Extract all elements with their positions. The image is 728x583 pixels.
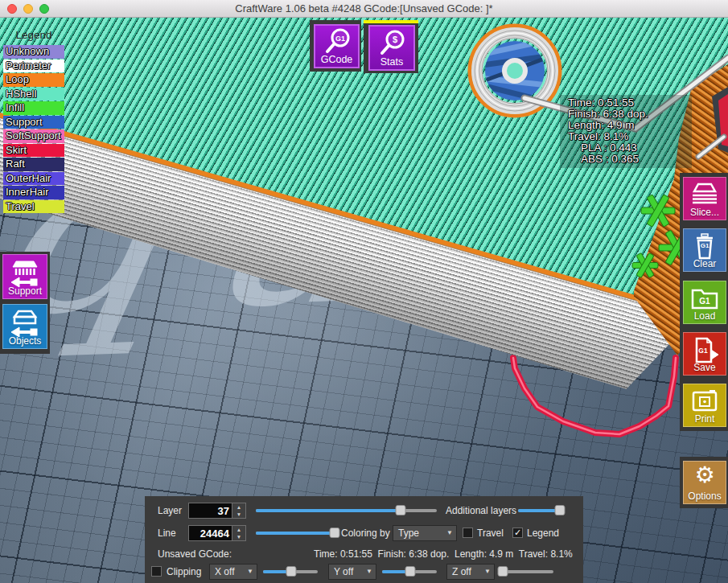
save-button-label: Save: [684, 362, 726, 373]
clip-z-slider-handle[interactable]: [498, 566, 508, 577]
line-spinner[interactable]: 24464 ▲▼: [188, 525, 246, 541]
stats-view-button[interactable]: $ Stats: [368, 25, 415, 71]
stat-pla: PLA : 0.443: [560, 142, 692, 154]
clipping-checkbox[interactable]: [151, 566, 162, 577]
legend-item-support: Support: [3, 116, 64, 129]
legend-title: Legend: [3, 29, 64, 41]
coloring-by-dropdown[interactable]: Type ▼: [393, 525, 457, 541]
magnifier-g1-icon: G1: [327, 30, 348, 51]
legend-item-infill: Infill: [3, 101, 64, 115]
additional-layers-slider-handle[interactable]: [555, 505, 566, 515]
clip-x-value: X off: [215, 566, 234, 577]
legend-item-raft: Raft: [3, 158, 64, 171]
legend-checkbox-label: Legend: [527, 525, 559, 541]
layer-spinner-down-icon[interactable]: ▼: [232, 511, 245, 518]
clipping-label: Clipping: [167, 564, 201, 580]
chevron-down-icon: ▼: [484, 568, 491, 575]
travel-checkbox[interactable]: [463, 528, 473, 538]
line-slider-handle[interactable]: [330, 528, 340, 538]
slice-icon: [693, 184, 717, 203]
chevron-down-icon: ▼: [446, 529, 453, 536]
line-value: 24464: [200, 528, 229, 540]
svg-text:G1: G1: [699, 297, 710, 306]
layer-slider-handle[interactable]: [396, 505, 406, 515]
coloring-by-label: Coloring by: [341, 525, 390, 541]
layer-spinner[interactable]: 37 ▲▼: [188, 503, 246, 519]
coloring-by-value: Type: [398, 528, 419, 539]
svg-text:G1: G1: [335, 35, 345, 43]
objects-button-label: Objects: [3, 335, 47, 347]
layer-label: Layer: [158, 503, 182, 519]
legend-item-unknown: Unknown: [3, 45, 64, 59]
support-button[interactable]: Support: [2, 254, 47, 299]
gcode-control-panel: Layer 37 ▲▼ Additional layers Line: [145, 496, 583, 583]
line-label: Line: [158, 525, 176, 541]
line-spinner-down-icon[interactable]: ▼: [232, 533, 245, 540]
layer-value: 37: [218, 505, 229, 517]
chevron-down-icon: ▼: [366, 568, 372, 575]
stat-finish: Finish: 6:38 dop.: [560, 109, 692, 120]
load-button-label: Load: [684, 310, 726, 322]
layer-slider[interactable]: [256, 503, 437, 519]
magnifier-dollar-icon: $: [382, 31, 403, 53]
clip-y-slider-handle[interactable]: [405, 566, 416, 577]
objects-button[interactable]: Objects: [2, 304, 47, 349]
stat-abs: ABS : 0.365: [560, 154, 692, 165]
clear-button[interactable]: G1 Clear: [683, 228, 726, 272]
support-icon: [11, 261, 37, 287]
line-spinner-up-icon[interactable]: ▲: [232, 526, 245, 533]
gcode-button-label: GCode: [315, 54, 358, 65]
gcode-view-button[interactable]: G1 GCode: [314, 24, 360, 68]
additional-layers-label: Additional layers: [446, 503, 516, 519]
slice-button[interactable]: Slice...: [683, 177, 726, 220]
stats-active-indicator: [364, 20, 418, 23]
svg-text:G1: G1: [701, 242, 709, 249]
clip-y-value: Y off: [334, 566, 353, 577]
title-bar: CraftWare 1.06 beta #4248 GCode:[Unsaved…: [0, 0, 728, 18]
printer-icon: [693, 390, 716, 410]
legend-overlay: Legend Unknown Perimeter Loop HShell Inf…: [3, 29, 64, 214]
legend-item-perimeter: Perimeter: [3, 60, 64, 73]
load-button[interactable]: G1 Load: [683, 281, 726, 324]
print-button-label: Print: [684, 413, 726, 425]
clip-y-dropdown[interactable]: Y off ▼: [328, 564, 376, 580]
clip-z-dropdown[interactable]: Z off ▼: [446, 564, 495, 580]
legend-item-innerhair: InnerHair: [3, 186, 64, 199]
save-button[interactable]: G1 Save: [683, 332, 726, 376]
gcode-summary: Time: 0:51:55 Finish: 6:38 dop. Length: …: [314, 546, 573, 562]
chevron-down-icon: ▼: [247, 568, 253, 575]
legend-item-skirt: Skirt: [3, 144, 64, 158]
legend-item-loop: Loop: [3, 73, 64, 87]
3d-viewport[interactable]: que: [0, 18, 728, 583]
svg-text:$: $: [393, 35, 397, 44]
support-button-label: Support: [3, 285, 47, 297]
legend-item-hshell: HShell: [3, 88, 64, 101]
clip-y-slider[interactable]: [382, 564, 437, 580]
check-icon: ✓: [514, 528, 521, 537]
craftware-window: CraftWare 1.06 beta #4248 GCode:[Unsaved…: [0, 0, 728, 583]
options-button-label: Options: [684, 491, 726, 502]
additional-layers-slider[interactable]: [518, 503, 562, 519]
options-button[interactable]: ⚙ Options: [683, 461, 726, 504]
clip-z-slider[interactable]: [499, 564, 553, 580]
legend-item-softsupport: SoftSupport: [3, 129, 64, 143]
objects-icon: [11, 311, 37, 337]
stat-length: Length: 4.9 m: [560, 120, 692, 131]
clear-button-label: Clear: [684, 258, 726, 269]
clip-x-dropdown[interactable]: X off ▼: [209, 564, 257, 580]
legend-checkbox[interactable]: ✓: [512, 528, 523, 538]
document-g1-export-icon: G1: [697, 339, 718, 362]
clip-x-slider[interactable]: [263, 564, 318, 580]
layer-spinner-up-icon[interactable]: ▲: [232, 503, 245, 511]
travel-checkbox-label: Travel: [477, 525, 504, 541]
trash-g1-icon: G1: [697, 234, 713, 258]
print-stats-overlay: Time: 0:51:55 Finish: 6:38 dop. Length: …: [560, 95, 692, 168]
slice-button-label: Slice...: [684, 207, 726, 218]
window-title: CraftWare 1.06 beta #4248 GCode:[Unsaved…: [0, 2, 728, 14]
line-slider[interactable]: [256, 525, 335, 541]
stat-time: Time: 0:51:55: [560, 97, 692, 109]
clip-x-slider-handle[interactable]: [286, 566, 297, 577]
gear-icon: ⚙: [684, 463, 726, 487]
print-button[interactable]: Print: [683, 384, 726, 427]
stats-button-label: Stats: [370, 56, 413, 68]
